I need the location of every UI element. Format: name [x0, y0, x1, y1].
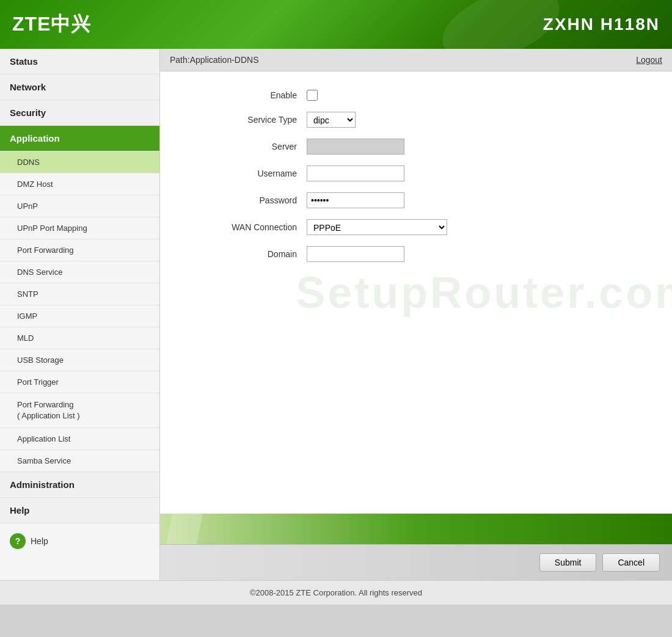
path-bar: Path:Application-DDNS Logout — [160, 49, 672, 71]
server-row: Server — [184, 139, 648, 155]
sidebar-item-ddns[interactable]: DDNS — [0, 151, 159, 173]
sidebar-item-dmz-host[interactable]: DMZ Host — [0, 173, 159, 195]
device-name: ZXHN H118N — [543, 15, 660, 34]
submit-button[interactable]: Submit — [539, 553, 597, 572]
sidebar-item-port-forwarding[interactable]: Port Forwarding — [0, 239, 159, 261]
sidebar-item-port-forwarding-app-list[interactable]: Port Forwarding( Application List ) — [0, 393, 159, 428]
server-label: Server — [184, 142, 307, 151]
sidebar-item-administration[interactable]: Administration — [0, 472, 159, 498]
wan-connection-row: WAN Connection PPPoE DHCP Static — [184, 219, 648, 235]
content-area: Path:Application-DDNS Logout SetupRouter… — [160, 49, 672, 580]
watermark: SetupRouter.com — [296, 268, 672, 318]
path-text: Path:Application-DDNS — [170, 55, 259, 65]
password-label: Password — [184, 195, 307, 205]
sidebar-item-dns-service[interactable]: DNS Service — [0, 261, 159, 283]
sidebar-item-port-trigger[interactable]: Port Trigger — [0, 371, 159, 393]
service-type-row: Service Type dipc dyndns no-ip — [184, 112, 648, 128]
username-row: Username — [184, 166, 648, 181]
bottom-green-bar-accent — [166, 514, 203, 544]
sidebar-item-application[interactable]: Application — [0, 126, 159, 151]
password-row: Password — [184, 192, 648, 208]
sidebar-item-samba-service[interactable]: Samba Service — [0, 450, 159, 472]
footer: ©2008-2015 ZTE Corporation. All rights r… — [0, 580, 672, 605]
main-container: Status Network Security Application DDNS… — [0, 49, 672, 580]
username-input[interactable] — [307, 166, 404, 181]
username-label: Username — [184, 169, 307, 178]
header: ZTE中兴 ZXHN H118N — [0, 0, 672, 49]
help-label: Help — [31, 536, 48, 546]
domain-row: Domain — [184, 246, 648, 262]
bottom-bar: Submit Cancel — [160, 544, 672, 580]
sidebar-item-help[interactable]: Help — [0, 498, 159, 523]
domain-input[interactable] — [307, 246, 404, 262]
logo-text: ZTE中兴 — [12, 11, 91, 38]
sidebar: Status Network Security Application DDNS… — [0, 49, 160, 580]
sidebar-item-upnp[interactable]: UPnP — [0, 195, 159, 217]
password-input[interactable] — [307, 192, 404, 208]
sidebar-item-sntp[interactable]: SNTP — [0, 283, 159, 305]
sidebar-item-mld[interactable]: MLD — [0, 327, 159, 349]
enable-label: Enable — [184, 90, 307, 100]
copyright-text: ©2008-2015 ZTE Corporation. All rights r… — [250, 588, 422, 597]
logout-link[interactable]: Logout — [636, 55, 662, 65]
service-type-select[interactable]: dipc dyndns no-ip — [307, 112, 356, 128]
wan-connection-label: WAN Connection — [184, 222, 307, 232]
form-area: SetupRouter.com Enable Service Type dipc… — [160, 71, 672, 514]
sidebar-item-network[interactable]: Network — [0, 75, 159, 100]
logo: ZTE中兴 — [12, 11, 91, 38]
enable-row: Enable — [184, 90, 648, 101]
wan-connection-select[interactable]: PPPoE DHCP Static — [307, 219, 447, 235]
sidebar-item-status[interactable]: Status — [0, 49, 159, 75]
enable-checkbox[interactable] — [307, 90, 318, 101]
cancel-button[interactable]: Cancel — [602, 553, 660, 572]
sidebar-item-igmp[interactable]: IGMP — [0, 305, 159, 327]
help-icon[interactable]: ? — [10, 533, 26, 549]
bottom-green-bar — [160, 514, 672, 544]
domain-label: Domain — [184, 249, 307, 259]
sidebar-item-security[interactable]: Security — [0, 100, 159, 126]
sidebar-item-upnp-port-mapping[interactable]: UPnP Port Mapping — [0, 217, 159, 239]
sidebar-item-usb-storage[interactable]: USB Storage — [0, 349, 159, 371]
help-section: ? Help — [0, 523, 159, 559]
service-type-label: Service Type — [184, 115, 307, 125]
sidebar-item-application-list[interactable]: Application List — [0, 428, 159, 450]
server-input[interactable] — [307, 139, 404, 155]
